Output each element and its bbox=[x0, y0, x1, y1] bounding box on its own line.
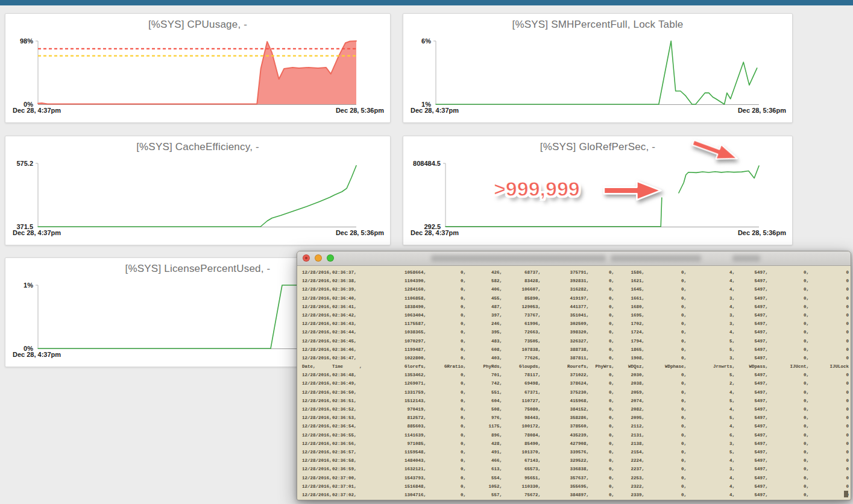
chart-panel-smh-percent-full[interactable]: [%SYS] SMHPercentFull, Lock Table 6% 1% … bbox=[403, 13, 793, 123]
terminal-header-row: Date,Time ,Glorefs,GRratio,PhyRds,Gloupd… bbox=[302, 362, 851, 371]
red-arrow-right-icon bbox=[602, 178, 664, 203]
terminal-row: 12/28/2016,02:36:45,1070297,0,483,73505,… bbox=[302, 337, 851, 345]
terminal-row: 12/28/2016,02:36:42,1063404,0,397,73767,… bbox=[302, 311, 851, 320]
chart-panel-cpu-usage[interactable]: [%SYS] CPUusage, - 98% 0% Dec 28, 4:37pm… bbox=[5, 13, 391, 123]
chart-plot-area[interactable] bbox=[5, 136, 391, 246]
terminal-row: 12/28/2016,02:36:46,1199487,0,608,107838… bbox=[302, 345, 851, 354]
close-button-icon[interactable] bbox=[303, 254, 310, 262]
chart-panel-glo-ref-per-sec[interactable]: [%SYS] GloRefPerSec, - 808484.5 292.5 De… bbox=[403, 136, 793, 245]
terminal-row: 12/28/2016,02:36:55,1141639,0,896,78084,… bbox=[302, 431, 851, 439]
dashboard-top-bar bbox=[0, 0, 853, 5]
terminal-row: 12/28/2016,02:36:58,1484043,0,466,67143,… bbox=[302, 456, 851, 465]
terminal-row: 12/28/2016,02:36:39,1284160,0,406,106607… bbox=[302, 285, 851, 294]
terminal-row: 12/28/2016,02:36:52,970419,0,508,75080,3… bbox=[302, 405, 851, 414]
chart-plot-area[interactable] bbox=[403, 14, 793, 124]
terminal-row: 12/28/2016,02:36:49,1269071,0,742,69498,… bbox=[302, 379, 851, 388]
annotation-over-limit-text: >999,999 bbox=[494, 177, 580, 201]
x-axis-start-label: Dec 28, 4:37pm bbox=[411, 106, 459, 115]
terminal-row: 12/28/2016,02:36:51,1512143,0,604,110727… bbox=[302, 397, 851, 405]
terminal-row: 12/28/2016,02:36:41,1838490,0,487,129053… bbox=[302, 303, 851, 311]
terminal-row: 12/28/2016,02:36:44,1038365,0,395,72663,… bbox=[302, 328, 851, 336]
terminal-row: 12/28/2016,02:36:38,1104390,0,582,83428,… bbox=[302, 277, 851, 285]
terminal-window[interactable]: 12/28/2016,02:36:37,1058664,0,426,68737,… bbox=[297, 251, 851, 500]
terminal-row: 12/28/2016,02:36:53,812572,0,976,98443,3… bbox=[302, 414, 851, 422]
terminal-row: 12/28/2016,02:37:02,1304716,0,557,75672,… bbox=[302, 491, 851, 499]
x-axis-start-label: Dec 28, 4:37pm bbox=[411, 228, 459, 237]
redacted-title-segment bbox=[611, 255, 701, 262]
x-axis-start-label: Dec 28, 4:37pm bbox=[13, 106, 61, 115]
terminal-row: 12/28/2016,02:37:00,1543793,0,554,95651,… bbox=[302, 474, 851, 482]
zoom-button-icon[interactable] bbox=[327, 254, 334, 262]
terminal-row: 12/28/2016,02:36:43,1175587,0,246,61996,… bbox=[302, 320, 851, 328]
redacted-title-segment bbox=[431, 255, 606, 262]
terminal-row: 12/28/2016,02:36:56,971085,0,428,85490,4… bbox=[302, 439, 851, 448]
terminal-row: 12/28/2016,02:36:47,1022800,0,403,77626,… bbox=[302, 354, 851, 362]
terminal-row: 12/28/2016,02:36:50,1331759,0,551,67371,… bbox=[302, 388, 851, 397]
terminal-row: 12/28/2016,02:36:37,1058664,0,426,68737,… bbox=[302, 268, 851, 277]
x-axis-end-label: Dec 28, 5:36pm bbox=[336, 106, 384, 115]
minimize-button-icon[interactable] bbox=[315, 254, 322, 262]
terminal-titlebar[interactable] bbox=[297, 251, 851, 266]
chart-plot-area[interactable] bbox=[5, 14, 391, 124]
modified-dot-icon bbox=[305, 257, 307, 259]
terminal-row: 12/28/2016,02:37:01,1516848,0,1052,11033… bbox=[302, 482, 851, 491]
x-axis-end-label: Dec 28, 5:36pm bbox=[336, 228, 384, 237]
x-axis-end-label: Dec 28, 5:36pm bbox=[738, 106, 786, 115]
terminal-row: 12/28/2016,02:36:48,1353462,0,701,78117,… bbox=[302, 371, 851, 379]
chart-panel-cache-efficiency[interactable]: [%SYS] CacheEfficiency, - 575.2 371.5 De… bbox=[5, 136, 391, 245]
terminal-row: 12/28/2016,02:36:59,1632121,0,613,65573,… bbox=[302, 465, 851, 473]
x-axis-end-label: Dec 28, 5:36pm bbox=[738, 228, 786, 237]
x-axis-start-label: Dec 28, 4:37pm bbox=[13, 350, 61, 359]
terminal-row: 12/28/2016,02:36:54,885603,0,1175,100172… bbox=[302, 422, 851, 430]
terminal-output[interactable]: 12/28/2016,02:36:37,1058664,0,426,68737,… bbox=[297, 266, 851, 501]
terminal-row: 12/28/2016,02:36:40,1106858,0,455,85890,… bbox=[302, 294, 851, 303]
terminal-row: 12/28/2016,02:36:57,1159548,0,491,101370… bbox=[302, 448, 851, 456]
redacted-title-segment bbox=[732, 255, 760, 262]
x-axis-start-label: Dec 28, 4:37pm bbox=[13, 228, 61, 237]
terminal-cursor bbox=[844, 491, 848, 497]
